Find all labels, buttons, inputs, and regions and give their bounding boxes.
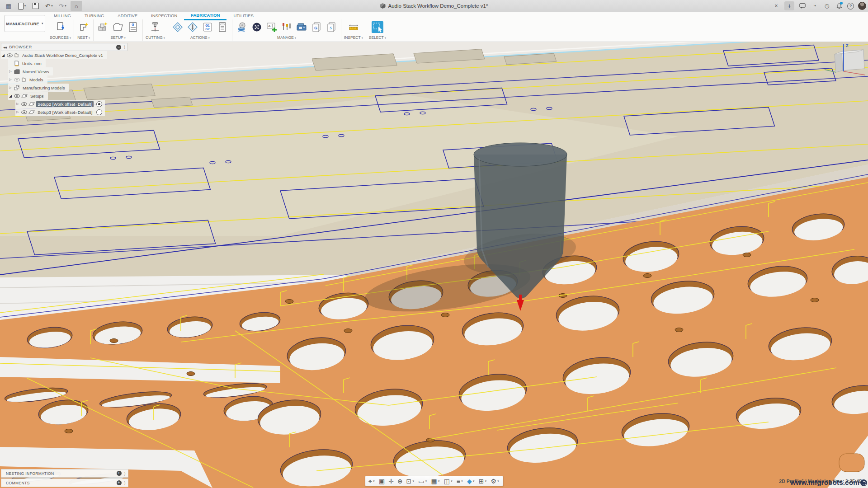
viewports-icon[interactable]: ◫▼ <box>444 478 453 484</box>
job-status-icon[interactable]: ◷ <box>823 2 831 10</box>
tab-utilities[interactable]: UTILITIES <box>226 12 260 19</box>
post-process-button[interactable] <box>186 20 199 34</box>
chevron-down-icon: ▼ <box>41 22 44 25</box>
panel-resize-handle[interactable]: ) <box>124 45 125 49</box>
group-label-actions[interactable]: ACTIONS <box>190 35 210 40</box>
collapsed-caret-icon[interactable]: ▷ <box>15 102 20 106</box>
orbit-icon[interactable]: ⌖▼ <box>368 478 375 484</box>
grid-snaps-icon[interactable]: ▦▼ <box>431 478 440 484</box>
browser-header[interactable]: ◀◀ BROWSER − ) <box>1 43 127 51</box>
navigation-toolbar: ⌖▼ ▣ ✛ ⊕ ⊡▼ ▭▼ ▦▼ ◫▼ ≡▼ ◆▼ ⊞▼ ⚙▼ <box>365 476 503 486</box>
chevron-down-icon: ▼ <box>373 480 375 483</box>
g1g2-post-button[interactable]: G1G2 <box>201 20 214 34</box>
active-setup-radio[interactable] <box>96 109 102 115</box>
active-setup-radio[interactable] <box>96 101 102 107</box>
tab-turning[interactable]: TURNING <box>78 12 111 19</box>
svg-text:G1: G1 <box>205 24 209 27</box>
measure-button[interactable] <box>347 20 360 34</box>
group-label-sources[interactable]: SOURCES <box>50 35 71 40</box>
visibility-eye-icon[interactable] <box>21 110 27 114</box>
comments-panel[interactable]: COMMENTS + ) <box>1 479 128 487</box>
model-scene: BOTTOMRIGHTZ <box>0 42 868 488</box>
help-icon[interactable]: ? <box>847 3 854 9</box>
steps-icon[interactable]: ≡▼ <box>457 478 463 484</box>
expand-circle-icon[interactable]: + <box>117 480 122 485</box>
group-label-nest[interactable]: NEST <box>77 35 90 40</box>
tree-item-manufacturing-models[interactable]: ▷ Manufacturing Models <box>8 84 69 92</box>
tool-library-button[interactable] <box>280 20 293 34</box>
tab-fabrication[interactable]: FABRICATION <box>184 11 226 20</box>
visual-style-icon[interactable]: ◆▼ <box>467 478 475 484</box>
profile-avatar[interactable] <box>858 2 866 10</box>
open-folder-button[interactable] <box>111 20 125 34</box>
tab-milling[interactable]: MILLING <box>47 12 78 19</box>
browser-title: BROWSER <box>9 45 113 49</box>
collapsed-caret-icon[interactable]: ▷ <box>8 70 13 73</box>
display-settings-icon[interactable]: ▭▼ <box>418 478 427 484</box>
multi-screen-icon[interactable]: ⊞▼ <box>479 478 487 484</box>
tree-item-units[interactable]: Units: mm <box>8 59 46 67</box>
named-views-icon <box>14 69 20 74</box>
group-label-cutting[interactable]: CUTTING <box>146 35 165 40</box>
machine-library-button[interactable] <box>295 20 308 34</box>
visibility-eye-off-icon[interactable] <box>14 78 20 82</box>
pan-icon[interactable]: ✛ <box>388 478 394 484</box>
tree-item-label: Setups <box>29 93 45 99</box>
create-nest-button[interactable] <box>77 20 90 34</box>
setup-sheet-button[interactable] <box>216 20 229 34</box>
document-tab[interactable]: Audio Stack Workflow Demo_Complete v1* <box>0 0 868 12</box>
collapsed-caret-icon[interactable]: ▷ <box>8 86 13 89</box>
zoom-icon[interactable]: ⊕ <box>397 478 403 484</box>
collapsed-caret-icon[interactable]: ▷ <box>8 78 13 81</box>
group-label-select[interactable]: SELECT <box>369 35 386 40</box>
simulate-button[interactable] <box>171 20 184 34</box>
visibility-eye-icon[interactable] <box>21 102 27 106</box>
tree-item-named-views[interactable]: ▷ Named Views <box>8 67 53 75</box>
feedback-icon[interactable] <box>798 2 807 10</box>
group-label-setup[interactable]: SETUP <box>110 35 125 40</box>
pattern-library-button[interactable] <box>250 20 264 34</box>
panel-resize-handle[interactable]: ) <box>124 481 126 485</box>
tree-item-setup2[interactable]: ▷ Setup2 [Work offset=Default] <box>15 100 105 108</box>
script-doc-button[interactable]: S <box>325 20 338 34</box>
visibility-eye-icon[interactable] <box>14 94 20 98</box>
group-label-inspect[interactable]: INSPECT <box>344 35 363 40</box>
group-manage: A G S MANAGE <box>232 19 341 41</box>
collapse-panel-icon[interactable]: ◀◀ <box>3 46 6 49</box>
tree-item-setup3[interactable]: ▷ Setup3 [Work offset=Default] <box>15 108 105 116</box>
material-roll-button[interactable] <box>235 20 249 34</box>
laser-cut-button[interactable] <box>148 20 162 34</box>
window-select-button[interactable] <box>371 20 384 34</box>
new-tab-button[interactable]: + <box>784 1 794 10</box>
tree-item-setups[interactable]: ◢ Setups <box>8 92 48 100</box>
tab-inspection[interactable]: INSPECTION <box>144 12 184 19</box>
gcode-list-button[interactable]: G <box>126 20 140 34</box>
panel-resize-handle[interactable]: ) <box>124 471 126 476</box>
3d-viewport[interactable]: BOTTOMRIGHTZ <box>0 42 868 488</box>
gcode-doc-button[interactable]: G <box>310 20 323 34</box>
import-source-button[interactable] <box>54 20 67 34</box>
workspace-selector[interactable]: MANUFACTURE ▼ <box>5 15 45 32</box>
notifications-icon[interactable] <box>835 2 843 10</box>
close-tab-button[interactable]: × <box>772 2 780 10</box>
group-label-manage[interactable]: MANAGE <box>277 35 296 40</box>
expanded-caret-icon[interactable]: ◢ <box>8 94 13 98</box>
new-setup-button[interactable] <box>96 20 110 34</box>
watermark: www.mfgrobots.com <box>790 479 867 487</box>
tree-item-root[interactable]: ◢ Audio Stack Workflow Demo_Complete v1 <box>1 51 107 59</box>
group-inspect: INSPECT <box>341 19 366 41</box>
annotation-add-button[interactable]: A <box>265 20 278 34</box>
collapse-circle-icon[interactable]: − <box>116 45 121 50</box>
visibility-eye-icon[interactable] <box>7 53 13 57</box>
nesting-information-panel[interactable]: NESTING INFORMATION + ) <box>1 469 128 478</box>
utilities-gear-icon[interactable]: ⚙▼ <box>491 478 500 484</box>
fit-icon[interactable]: ⊡▼ <box>406 478 415 484</box>
look-at-icon[interactable]: ▣ <box>379 478 385 484</box>
expand-circle-icon[interactable]: + <box>117 471 122 476</box>
tree-item-models[interactable]: ▷ Models <box>8 75 47 84</box>
tab-additive[interactable]: ADDITIVE <box>111 12 144 19</box>
expanded-caret-icon[interactable]: ◢ <box>1 53 5 57</box>
collapsed-caret-icon[interactable]: ▷ <box>15 110 20 114</box>
chevron-down-icon: ▼ <box>497 480 500 483</box>
extensions-icon[interactable]: ◔ <box>811 2 819 10</box>
